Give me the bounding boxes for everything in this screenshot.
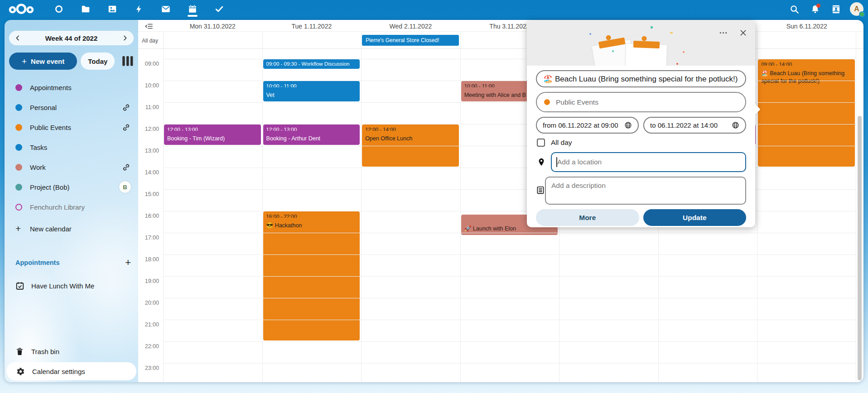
grid-column-line (460, 32, 461, 48)
hour-line (163, 276, 856, 277)
calendar-event[interactable]: 09:00 - 09:30 - Workflow Discussion (263, 59, 360, 69)
grid-column-line (361, 32, 362, 48)
search-icon[interactable] (787, 2, 801, 16)
trash-bin-button[interactable]: Trash bin (5, 341, 138, 361)
calendar-event[interactable]: 12:00 - 13:00Booking - Tim (Wizard) (164, 125, 261, 145)
location-pin-icon (536, 158, 547, 167)
calendar-item-label: Public Events (30, 124, 121, 131)
timezone-globe-icon[interactable] (624, 121, 632, 129)
new-event-button[interactable]: + New event (9, 53, 77, 70)
more-button-label: More (579, 214, 596, 222)
calendar-color-dot (15, 84, 22, 91)
user-avatar[interactable]: A (850, 2, 863, 16)
notifications-bell-icon[interactable] (808, 2, 822, 16)
location-input[interactable] (551, 152, 746, 172)
add-appointment-config-button[interactable]: + (125, 258, 131, 268)
clipboard-illustration (624, 43, 667, 66)
event-title: 🏖️ Beach Luau (Bring something special f… (758, 66, 855, 85)
all-day-checkbox[interactable] (537, 139, 545, 147)
more-actions-icon[interactable] (717, 27, 729, 38)
shared-user-avatar: B (119, 181, 131, 193)
grid-column-line (262, 49, 263, 382)
calendar-item-label: Appointments (30, 84, 131, 91)
end-datetime-field[interactable]: to 06.11.2022 at 14:00 (643, 117, 746, 134)
day-header: Wed 2.11.2022 (361, 20, 460, 32)
hour-line (163, 298, 856, 298)
update-button[interactable]: Update (643, 209, 747, 226)
appointment-config-item[interactable]: Have Lunch With Me (5, 276, 138, 296)
appointments-section: Appointments + (15, 256, 131, 269)
calendar-event[interactable]: 09:00 - 14:00🏖️ Beach Luau (Bring someth… (758, 59, 855, 167)
sidebar-item-public_events[interactable]: Public Events (5, 117, 138, 137)
share-link-icon[interactable] (121, 102, 131, 112)
plus-icon: + (15, 223, 22, 234)
new-calendar-button[interactable]: + New calendar (5, 219, 138, 239)
appointments-heading: Appointments (15, 259, 125, 266)
share-link-icon[interactable] (121, 162, 131, 172)
event-time: 16:00 - 22:00 (263, 211, 360, 218)
day-header: Sun 6.11.2022 (757, 20, 856, 32)
hour-label: 17:00 (138, 235, 159, 241)
trash-bin-label: Trash bin (31, 348, 59, 355)
all-day-label: All day (142, 32, 158, 49)
event-title: Open Office Lunch (362, 131, 459, 143)
calendar-sidebar: Week 44 of 2022 + New event Today Appoin… (5, 20, 138, 382)
today-button[interactable]: Today (81, 53, 115, 70)
more-button[interactable]: More (536, 209, 639, 226)
previous-week-button[interactable] (12, 32, 24, 44)
text-caret (556, 157, 557, 167)
grid-column-line (757, 49, 757, 382)
grid-column-line (460, 49, 461, 382)
calendar-color-dot (15, 164, 22, 171)
dashboard-app-icon[interactable] (45, 0, 72, 18)
next-week-button[interactable] (119, 32, 131, 44)
avatar-letter: A (854, 5, 859, 13)
grid-column-line (163, 49, 164, 382)
sidebar-item-fenchurch[interactable]: Fenchurch Library (5, 197, 138, 217)
calendar-event[interactable]: 10:00 - 11:00Vet (263, 81, 360, 101)
mail-app-icon[interactable] (152, 0, 179, 18)
description-icon (536, 186, 545, 196)
event-title-input[interactable]: 🏖️ Beach Luau (Bring something special f… (536, 70, 746, 87)
sidebar-item-personal[interactable]: Personal (5, 97, 138, 117)
vertical-scrollbar[interactable] (858, 116, 862, 380)
all-day-event[interactable]: Pierre's General Store Closed! (362, 35, 459, 46)
popup-actions (717, 27, 749, 38)
close-icon[interactable] (737, 27, 749, 38)
top-bar-right: A (787, 0, 863, 18)
files-app-icon[interactable] (72, 0, 99, 18)
event-time: 12:00 - 13:00 (164, 125, 261, 131)
trash-icon (15, 347, 24, 356)
description-input[interactable] (545, 177, 746, 205)
calendar-settings-button[interactable]: Calendar settings (6, 362, 136, 380)
photos-app-icon[interactable] (99, 0, 125, 18)
calendar-picker[interactable]: Public Events (536, 92, 746, 112)
view-columns-icon[interactable] (120, 53, 135, 69)
activity-app-icon[interactable] (125, 0, 152, 18)
hour-line (163, 233, 856, 233)
calendar-event[interactable]: 12:00 - 13:00Booking - Arthur Dent (263, 125, 360, 145)
share-link-icon[interactable] (121, 122, 131, 132)
app-menu (45, 0, 232, 18)
start-datetime-field[interactable]: from 06.11.2022 at 09:00 (536, 117, 639, 134)
timezone-globe-icon[interactable] (732, 121, 739, 129)
week-navigation: Week 44 of 2022 (9, 31, 134, 45)
sidebar-item-project_bob[interactable]: Project (Bob)B (5, 177, 138, 197)
calendar-color-dot (15, 184, 22, 191)
sidebar-item-tasks[interactable]: Tasks (5, 137, 138, 157)
contacts-icon[interactable] (829, 2, 843, 16)
day-header: Tue 1.11.2022 (262, 20, 362, 32)
hour-label: 09:00 (138, 61, 159, 67)
tasks-app-icon[interactable] (206, 0, 232, 18)
calendar-app-icon[interactable] (179, 0, 206, 18)
calendar-item-label: Personal (30, 104, 121, 111)
nextcloud-logo-icon[interactable] (7, 2, 35, 16)
hour-line (163, 363, 856, 364)
compact-view-icon[interactable] (145, 22, 154, 31)
hour-label: 15:00 (138, 191, 159, 197)
calendar-item-label: Tasks (30, 144, 131, 151)
sidebar-item-work[interactable]: Work (5, 157, 138, 177)
calendar-check-icon (15, 281, 24, 290)
sidebar-item-appointments[interactable]: Appointments (5, 77, 138, 97)
hour-label: 16:00 (138, 213, 159, 219)
